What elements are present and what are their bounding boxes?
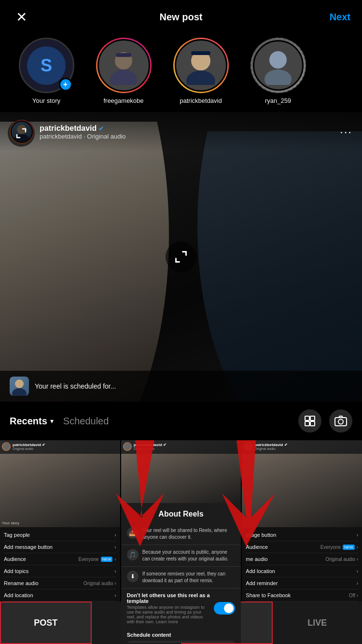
center-panel-user: patrickbetdavid ✔ Original audio	[134, 443, 167, 450]
verified-badge: ✔	[98, 125, 104, 132]
left-panel-username: patrickbetdavid ✔	[13, 443, 45, 447]
reels-icon-2: 🎵	[127, 549, 139, 560]
right-panel-avatar	[244, 442, 252, 451]
close-button[interactable]: ✕	[12, 7, 31, 27]
svg-point-1	[110, 70, 137, 85]
story-label-ryan259: ryan_259	[265, 97, 291, 104]
more-options-button[interactable]: ···	[340, 125, 352, 139]
left-menu-tag-people: Tag people ›	[4, 529, 116, 541]
template-toggle-sub: Templates allow anyone on Instagram to u…	[127, 605, 210, 624]
patrickbetdavid-avatar-inner	[175, 39, 227, 92]
right-panel-bg	[242, 454, 362, 527]
next-button[interactable]: Next	[330, 12, 350, 23]
about-reels-text-1: Your reel will be shared to Reels, where…	[142, 527, 236, 541]
left-panel-header: patrickbetdavid ✔ Original audio	[2, 442, 118, 451]
svg-rect-12	[305, 416, 309, 420]
post-username: patrickbetdavid	[40, 124, 97, 133]
right-panel-video: patrickbetdavid ✔ Original audio	[242, 440, 362, 527]
expand-icon-topleft[interactable]	[8, 120, 35, 147]
right-menu-audience: Audience Everyone NEW ›	[246, 541, 358, 553]
notif-thumb-svg	[10, 377, 29, 396]
camera-icon	[334, 415, 347, 427]
expand-center-svg	[174, 250, 188, 264]
left-menu-audience: Audience Everyone NEW ›	[4, 553, 116, 565]
template-toggle-label: Don't let others use this reel as a temp…	[127, 592, 210, 604]
post-header-overlay: patrickbetdavid ✔ patrickbetdavid · Orig…	[0, 112, 362, 152]
center-panel-video: patrickbetdavid ✔ Original audio	[121, 440, 241, 503]
story-item-ryan259[interactable]: ryan_259	[239, 38, 317, 104]
left-panel-notif: Your story	[2, 521, 19, 525]
svg-point-7	[265, 70, 292, 85]
post-notification-bar: Your reel is scheduled for...	[0, 371, 362, 402]
freegamekobe-avatar-inner	[97, 39, 150, 92]
left-menu-location: Add location ›	[4, 589, 116, 602]
ryan259-avatar	[251, 38, 306, 93]
right-menu-reminder: Add reminder ›	[246, 577, 358, 589]
expand-icon-center[interactable]	[166, 241, 196, 272]
freegamekobe-avatar	[96, 38, 152, 93]
patrickbetdavid-avatar	[173, 38, 229, 93]
tab-live[interactable]: LIVE	[273, 602, 362, 644]
right-menu-location: Add location ›	[246, 565, 358, 577]
notification-text: Your reel is scheduled for...	[35, 382, 352, 390]
right-panel-user: patrickbetdavid ✔ Original audio	[254, 443, 287, 450]
schedule-section: Schedule content Schedule Choose the dat…	[121, 628, 241, 643]
center-panel-username: patrickbetdavid ✔	[134, 443, 167, 447]
svg-point-17	[338, 420, 343, 424]
patrickbetdavid-avatar-svg	[181, 46, 220, 85]
recents-chevron-icon: ▾	[50, 417, 54, 425]
template-toggle-switch[interactable]	[214, 602, 235, 615]
center-panel-avatar-inner	[124, 443, 131, 450]
multiple-select-button[interactable]	[298, 409, 321, 433]
svg-rect-14	[305, 421, 309, 426]
about-reels-title: About Reels	[121, 503, 241, 523]
left-menu-topics: Add topics ›	[4, 565, 116, 577]
your-story-avatar-wrap: S +	[19, 38, 74, 93]
camera-button[interactable]	[329, 409, 352, 433]
right-panel-header: patrickbetdavid ✔ Original audio	[244, 442, 360, 451]
post-user-subtitle: patrickbetdavid · Original audio	[40, 133, 126, 140]
recents-left: Recents ▾ Scheduled	[10, 416, 109, 427]
notification-thumbnail	[10, 377, 29, 396]
toggle-label-area: Don't let others use this reel as a temp…	[127, 592, 210, 624]
left-panel-video: patrickbetdavid ✔ Original audio Your st…	[0, 440, 120, 527]
tab-post-label: POST	[34, 618, 57, 628]
right-panel-username: patrickbetdavid ✔	[254, 443, 287, 447]
about-reels-text-3: If someone remixes your reel, they can d…	[142, 571, 236, 584]
freegamekobe-avatar-svg	[104, 46, 143, 85]
left-panel-subtitle: Original audio	[13, 447, 45, 450]
story-item-patrickbetdavid[interactable]: patrickbetdavid	[162, 38, 239, 104]
left-panel-bg	[0, 454, 120, 527]
svg-rect-5	[191, 51, 210, 55]
recents-action-icons	[298, 409, 352, 433]
left-panel-avatar-inner	[2, 443, 10, 450]
right-menu-audio: me audio Original audio ›	[246, 553, 358, 565]
svg-point-11	[12, 388, 27, 396]
about-reels-dialog: About Reels 📤 Your reel will be shared t…	[121, 503, 241, 643]
right-menu-message: ssage button ›	[246, 529, 358, 541]
scheduled-tab[interactable]: Scheduled	[63, 416, 109, 427]
reels-icon-1: 📤	[127, 527, 139, 539]
right-panel-avatar-inner	[244, 443, 252, 450]
svg-point-10	[15, 379, 24, 388]
recents-title[interactable]: Recents ▾	[10, 416, 54, 427]
toggle-knob	[224, 603, 234, 613]
expand-topleft-svg	[15, 127, 27, 139]
center-panel-header: patrickbetdavid ✔ Original audio	[123, 442, 239, 451]
schedule-label: Schedule content	[127, 632, 236, 638]
center-panel-subtitle: Original audio	[134, 447, 167, 450]
ryan259-avatar-wrap	[251, 38, 306, 93]
schedule-button-area[interactable]: Schedule Choose the date and time to sha…	[127, 641, 236, 643]
story-label-patrickbetdavid: patrickbetdavid	[180, 97, 222, 104]
stories-row: S + Your story freegamekobe	[0, 34, 362, 112]
story-item-freegamekobe[interactable]: freegamekobe	[85, 38, 162, 104]
ryan259-avatar-inner	[253, 40, 304, 91]
about-reels-item-2: 🎵 Because your account is public, anyone…	[121, 545, 241, 567]
svg-rect-15	[310, 421, 315, 426]
svg-point-6	[269, 51, 287, 69]
left-menu-rename-audio: Rename audio Original audio ›	[4, 577, 116, 589]
tab-post[interactable]: POST	[0, 602, 92, 644]
story-item-your-story[interactable]: S + Your story	[8, 38, 85, 104]
right-menu-facebook: Share to Facebook Off ›	[246, 589, 358, 602]
reels-icon-3: ⬇	[127, 571, 139, 582]
